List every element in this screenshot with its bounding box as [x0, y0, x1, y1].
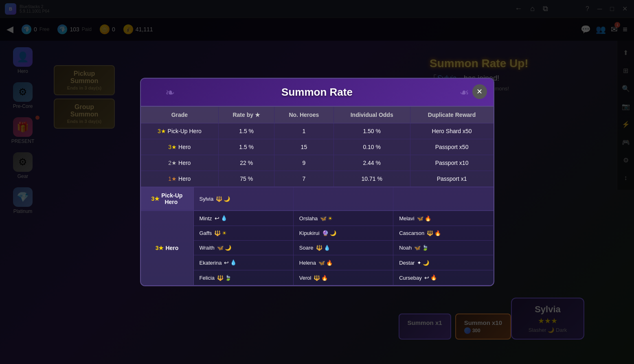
- hero-cell-noah: Noah 🦋 🍃: [393, 241, 493, 255]
- class-icon: 🔱: [427, 230, 433, 236]
- star-icon: 3★: [156, 245, 164, 251]
- pickup-hero-row: 3★ Pick-UpHero Sylvia 🔱 🌙: [141, 187, 494, 211]
- wind-icon: 🍃: [225, 275, 231, 281]
- individual-odds-cell: 1.50 %: [333, 123, 410, 139]
- hero-cell-orslaha: Orslaha 🦋 ☀: [294, 211, 393, 226]
- hero-name: Kipukirui: [299, 230, 320, 236]
- summon-rate-modal: Summon Rate ✕ Grade Rate by ★ No. Heroes…: [140, 78, 494, 286]
- hero-icons: ↩ 💧: [224, 259, 237, 266]
- hero-cell-empty-2: [393, 187, 493, 210]
- class-icon: 🦋: [318, 260, 325, 266]
- table-row: 2★ Hero 22 % 9 2.44 % Passport x10: [141, 155, 494, 171]
- hero-icons: 🔱 🍃: [217, 275, 231, 281]
- duplicate-reward-cell: Passport x50: [410, 139, 493, 155]
- modal-header: Summon Rate ✕: [141, 79, 494, 107]
- class-icon: 🔮: [322, 230, 329, 236]
- fire-icon: 🔥: [425, 215, 431, 221]
- hero-cell-wraith: Wraith 🦋 🌙: [194, 241, 294, 255]
- num-heroes-cell: 1: [274, 123, 334, 139]
- duplicate-reward-cell: Passport x10: [410, 155, 493, 171]
- hero-cell-felicia: Felicia 🔱 🍃: [194, 270, 294, 285]
- hero-name: Orslaha: [299, 215, 318, 221]
- dark-element-icon: 🌙: [224, 196, 230, 202]
- class-icon: ✦: [417, 260, 421, 266]
- rate-cell: 22 %: [219, 155, 274, 171]
- class-icon: 🦋: [414, 245, 421, 251]
- dark-icon: 🌙: [225, 245, 231, 251]
- class-icon: 🦋: [417, 215, 423, 221]
- duplicate-reward-cell: Hero Shard x50: [410, 123, 493, 139]
- num-heroes-cell: 7: [274, 171, 334, 187]
- hero-icons: ↩ 💧: [215, 215, 227, 221]
- hero-cell-empty-1: [294, 187, 393, 210]
- fire-icon: 🔥: [326, 260, 333, 266]
- individual-odds-cell: 0.10 %: [333, 139, 410, 155]
- hero-icons: 🔱 ☀: [214, 230, 227, 236]
- hero-icons: 🦋 ☀: [320, 215, 333, 221]
- num-heroes-cell: 15: [274, 139, 334, 155]
- hero-cell-melavi: Melavi 🦋 🔥: [393, 211, 493, 226]
- num-heroes-cell: 9: [274, 155, 334, 171]
- star-icon: 3★: [151, 195, 160, 202]
- hero-name: Wraith: [200, 245, 215, 251]
- hero-cell-gaffs: Gaffs 🔱 ☀: [194, 226, 294, 241]
- modal-title: Summon Rate: [151, 86, 484, 99]
- col-header-rate: Rate by ★: [219, 107, 274, 123]
- hero-cell-destar: Destar ✦ 🌙: [393, 255, 493, 270]
- class-icon: 🔱: [316, 245, 322, 251]
- rate-cell: 75 %: [219, 171, 274, 187]
- hero-cell-kipukirui: Kipukirui 🔮 🌙: [294, 226, 393, 241]
- pickup-hero-list: Sylvia 🔱 🌙: [194, 187, 494, 210]
- grade-cell: 3★ Hero: [141, 139, 219, 155]
- modal-close-button[interactable]: ✕: [472, 84, 487, 99]
- hero-name: Melavi: [399, 215, 415, 221]
- hero-icons: ✦ 🌙: [417, 260, 429, 266]
- hero-name: Verol: [299, 275, 312, 281]
- three-star-section-label: 3★ Hero: [141, 211, 194, 285]
- light-icon: ☀: [222, 230, 227, 236]
- hero-name-sylvia: Sylvia: [200, 196, 214, 202]
- class-icon: 🦋: [217, 245, 224, 251]
- hero-name: Felicia: [200, 275, 215, 281]
- rate-table: Grade Rate by ★ No. Heroes Individual Od…: [141, 107, 494, 187]
- hero-cell-soare: Soare 🔱 💧: [294, 241, 393, 255]
- col-header-individual-odds: Individual Odds: [333, 107, 410, 123]
- hero-name: Soare: [299, 245, 314, 251]
- table-row: 3★ Hero 1.5 % 15 0.10 % Passport x50: [141, 139, 494, 155]
- star-icon: 3★: [168, 144, 177, 150]
- table-row: 3★ Pick-Up Hero 1.5 % 1 1.50 % Hero Shar…: [141, 123, 494, 139]
- class-icon: 🦋: [320, 215, 327, 221]
- hero-icons: 🔱 🔥: [314, 275, 328, 281]
- hero-cell-verol: Verol 🔱 🔥: [294, 270, 393, 285]
- grade-cell: 2★ Hero: [141, 155, 219, 171]
- hero-name: Destar: [399, 260, 415, 266]
- fire-icon: 🔥: [430, 274, 437, 281]
- star-icon: 1★: [168, 175, 177, 182]
- individual-odds-cell: 10.71 %: [333, 171, 410, 187]
- hero-name: Mintz: [200, 215, 212, 221]
- hero-cell-helena: Helena 🦋 🔥: [294, 255, 393, 270]
- hero-cell-mintz: Mintz ↩ 💧: [194, 211, 294, 226]
- col-header-num-heroes: No. Heroes: [274, 107, 334, 123]
- hero-icons: ↩ 🔥: [424, 274, 437, 281]
- pickup-hero-section: 3★ Pick-UpHero Sylvia 🔱 🌙: [141, 187, 494, 211]
- three-star-hero-section: 3★ Hero Mintz ↩ 💧 Orslaha: [141, 211, 494, 285]
- hero-icons: 🔱 🔥: [427, 230, 441, 236]
- hero-icons: 🔱 💧: [316, 245, 330, 251]
- rate-cell: 1.5 %: [219, 123, 274, 139]
- modal-body[interactable]: Grade Rate by ★ No. Heroes Individual Od…: [141, 107, 494, 285]
- hero-name: Cascarson: [399, 230, 424, 236]
- hero-icons: 🦋 🔥: [318, 260, 333, 266]
- individual-odds-cell: 2.44 %: [333, 155, 410, 171]
- class-icon: 🔱: [217, 275, 224, 281]
- water-icon: 💧: [324, 245, 330, 251]
- table-row: 1★ Hero 75 % 7 10.71 % Passport x1: [141, 171, 494, 187]
- three-star-hero-row: 3★ Hero Mintz ↩ 💧 Orslaha: [141, 211, 494, 285]
- duplicate-reward-cell: Passport x1: [410, 171, 493, 187]
- hero-cell-cascarson: Cascarson 🔱 🔥: [393, 226, 493, 241]
- water-icon: 💧: [221, 215, 227, 221]
- dark-icon: 🌙: [330, 230, 336, 236]
- hero-name: Noah: [399, 245, 412, 251]
- col-header-duplicate: Duplicate Reward: [410, 107, 493, 123]
- wind-icon: 🍃: [422, 245, 428, 251]
